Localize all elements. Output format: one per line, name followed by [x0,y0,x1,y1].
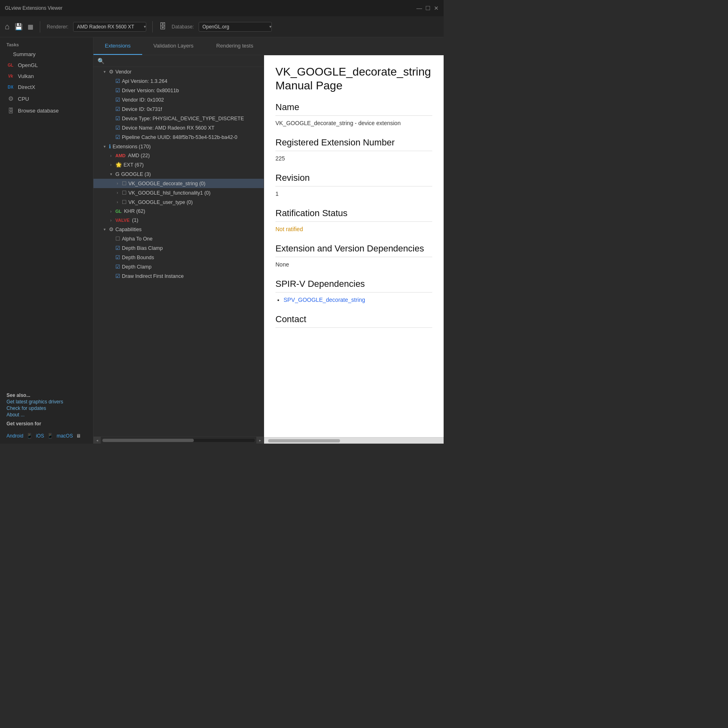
maximize-button[interactable]: ☐ [425,5,431,11]
glkhr-icon: GL [115,209,121,214]
ext-icon: 🌟 [115,162,122,168]
tree-vendor-id[interactable]: ☑ Vendor ID: 0x1002 [93,95,264,104]
detail-reg-ext-title: Registered Extension Number [275,136,432,151]
tree-vk-google-hlsl[interactable]: › ☐ VK_GOOGLE_hlsl_functionality1 (0) [93,188,264,197]
window-controls[interactable]: — ☐ ✕ [416,5,439,11]
ios-link[interactable]: iOS [36,433,44,439]
opengl-label: OpenGL [18,62,38,68]
tree-depth-bounds[interactable]: ☑ Depth Bounds [93,253,264,262]
cpu-icon: ⚙ [6,95,15,102]
tree-vk-google-decorate[interactable]: › ☐ VK_GOOGLE_decorate_string (0) [93,179,264,188]
tree-google-group[interactable]: ▾ G GOOGLE (3) [93,169,264,179]
tab-validation-layers[interactable]: Validation Layers [142,37,205,55]
minimize-button[interactable]: — [416,5,422,11]
tree-glkhr-group[interactable]: › GL KHR (62) [93,207,264,216]
tree-pipeline-cache[interactable]: ☑ Pipeline Cache UUID: 848f5b7b-53e4-512… [93,132,264,142]
detail-contact-title: Contact [275,312,432,328]
hscroll-left-button[interactable]: ◂ [93,437,101,444]
spirv-dep-link[interactable]: SPV_GOOGLE_decorate_string [284,297,365,303]
detail-pane[interactable]: VK_GOOGLE_decorate_string Manual Page Na… [264,55,444,437]
depth-bias-clamp-label: Depth Bias Clamp [122,245,261,251]
database-label: Database: [171,24,194,30]
driver-version-label: Driver Version: 0x80011b [122,88,261,93]
detail-ratification-title: Ratification Status [275,206,432,222]
tree-valve-group[interactable]: › VALVE (1) [93,216,264,225]
split-pane: 🔍 ▾ ⚙ Vendor ☑ Api Version: 1.3 [93,55,444,444]
tree-api-version[interactable]: ☑ Api Version: 1.3.264 [93,76,264,86]
detail-horizontal-scrollbar[interactable] [264,437,444,444]
tree-arrow: ▾ [102,69,107,74]
draw-indirect-label: Draw Indirect First Instance [122,273,261,279]
hscroll-thumb[interactable] [102,439,194,442]
macos-link[interactable]: macOS [56,433,73,439]
toolbar-separator [40,21,40,32]
detail-extension-title: VK_GOOGLE_decorate_string Manual Page [275,65,432,92]
vk-google-user-label: VK_GOOGLE_user_type (0) [128,199,261,205]
home-icon[interactable]: ⌂ [5,22,10,31]
tree-device-type[interactable]: ☑ Device Type: PHYSICAL_DEVICE_TYPE_DISC… [93,114,264,123]
tree-vendor-header[interactable]: ▾ ⚙ Vendor [93,67,264,76]
tab-rendering-tests[interactable]: Rendering tests [205,37,264,55]
browse-database-label: Browse database [18,108,58,114]
tree-capabilities-header[interactable]: ▾ ⚙ Capabilities [93,225,264,234]
save-icon[interactable]: 💾 [15,23,23,30]
tree-alpha-to-one[interactable]: ☐ Alpha To One [93,234,264,243]
android-link[interactable]: Android [6,433,23,439]
renderer-select[interactable]: AMD Radeon RX 5600 XT [73,22,146,32]
depth-bias-clamp-checkbox[interactable]: ☑ [115,245,120,251]
renderer-label: Renderer: [47,24,68,30]
tree-extensions-header[interactable]: ▾ ℹ Extensions (170) [93,142,264,151]
check-updates-link[interactable]: Check for updates [6,405,87,411]
alpha-to-one-checkbox[interactable]: ☐ [115,236,120,242]
detail-wrapper: VK_GOOGLE_decorate_string Manual Page Na… [264,55,444,444]
device-id-label: Device ID: 0x731f [122,106,261,112]
tree-draw-indirect[interactable]: ☑ Draw Indirect First Instance [93,271,264,281]
hscroll-right-button[interactable]: ▸ [256,437,264,444]
browse-database-icon: 🗄 [6,107,15,114]
vendor-id-label: Vendor ID: 0x1002 [122,97,261,103]
detail-spirv-list: SPV_GOOGLE_decorate_string [284,296,432,304]
tree-device-id[interactable]: ☑ Device ID: 0x731f [93,104,264,114]
depth-bounds-checkbox[interactable]: ☑ [115,254,120,260]
toolbar-separator-2 [152,21,153,32]
tree-scroll[interactable]: ▾ ⚙ Vendor ☑ Api Version: 1.3.264 ☑ Driv… [93,67,264,436]
cpu-label: CPU [18,96,29,102]
sidebar-item-directx[interactable]: DX DirectX [0,82,93,93]
extensions-header-label: Extensions (170) [113,144,261,150]
see-also-label: See also... [6,392,30,398]
tree-vk-google-user[interactable]: › ☐ VK_GOOGLE_user_type (0) [93,197,264,207]
sidebar-spacer [0,117,93,388]
tree-device-name[interactable]: ☑ Device Name: AMD Radeon RX 5600 XT [93,123,264,132]
search-input[interactable] [107,58,260,64]
detail-hscroll-thumb[interactable] [268,439,340,442]
tree-ext-group[interactable]: › 🌟 EXT (67) [93,160,264,169]
tree-driver-version[interactable]: ☑ Driver Version: 0x80011b [93,86,264,95]
sidebar-item-browse-database[interactable]: 🗄 Browse database [0,105,93,117]
database-select[interactable]: OpenGL.org [199,22,272,32]
extensions-info-icon: ℹ [109,143,111,150]
sidebar-item-cpu[interactable]: ⚙ CPU [0,93,93,105]
google-label: GOOGLE (3) [121,171,261,177]
database-icon: 🗄 [159,22,167,31]
detail-ext-deps-value: None [275,260,432,269]
device-type-checkbox: ☑ [115,115,120,121]
sidebar-item-opengl[interactable]: GL OpenGL [0,60,93,71]
capabilities-label: Capabilities [115,227,261,232]
draw-indirect-checkbox[interactable]: ☑ [115,273,120,279]
sidebar-item-summary[interactable]: Summary [0,49,93,60]
grid-icon[interactable]: ▦ [28,23,33,30]
tree-pane: 🔍 ▾ ⚙ Vendor ☑ Api Version: 1.3 [93,55,264,444]
detail-name-value: VK_GOOGLE_decorate_string - device exten… [275,119,432,128]
about-link[interactable]: About ... [6,412,87,418]
depth-clamp-checkbox[interactable]: ☑ [115,264,120,270]
amd-icon: AMD [115,153,126,158]
tree-amd-group[interactable]: › AMD AMD (22) [93,151,264,160]
tree-depth-clamp[interactable]: ☑ Depth Clamp [93,262,264,271]
get-drivers-link[interactable]: Get latest graphics drivers [6,399,87,405]
tab-extensions[interactable]: Extensions [93,37,142,55]
tree-horizontal-scrollbar[interactable]: ◂ ▸ [93,436,264,444]
close-button[interactable]: ✕ [434,5,439,11]
hscroll-track[interactable] [102,439,255,442]
tree-depth-bias-clamp[interactable]: ☑ Depth Bias Clamp [93,243,264,253]
sidebar-item-vulkan[interactable]: Vk Vulkan [0,71,93,82]
